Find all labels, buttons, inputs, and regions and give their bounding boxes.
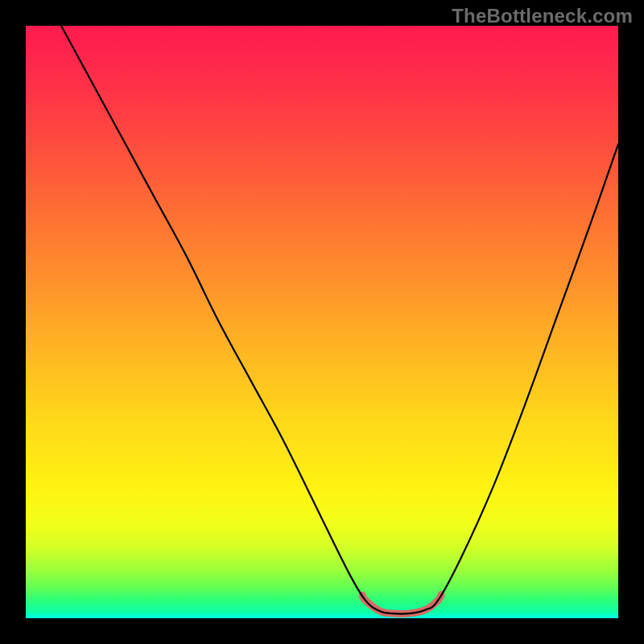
plot-area — [26, 26, 618, 618]
watermark-text: TheBottleneck.com — [452, 5, 633, 27]
trough-highlight — [362, 595, 441, 614]
chart-svg — [26, 26, 618, 618]
bottleneck-curve — [61, 26, 618, 614]
chart-container: TheBottleneck.com — [0, 0, 644, 644]
